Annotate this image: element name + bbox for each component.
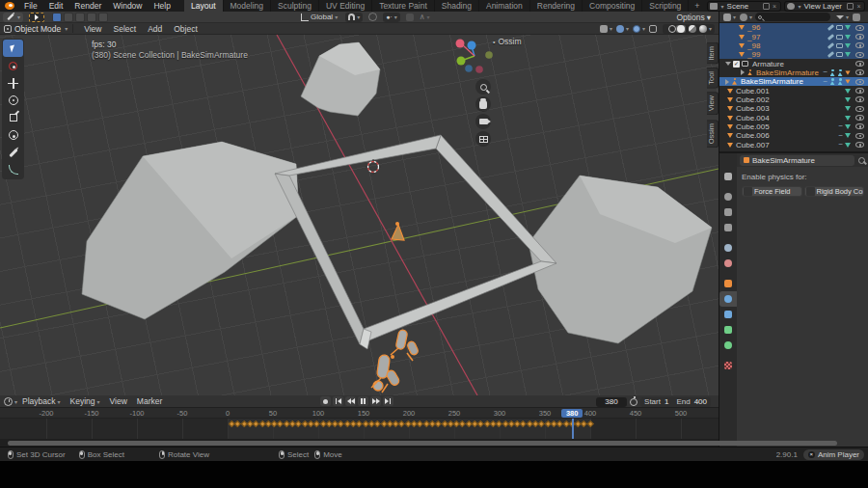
menu-file[interactable]: File — [18, 0, 43, 12]
gizmos-dropdown[interactable]: ▾ — [612, 25, 629, 33]
visibility-eye-icon[interactable] — [855, 79, 864, 85]
select-mode-subtract[interactable] — [75, 13, 85, 22]
select-mode-extend[interactable] — [64, 13, 73, 22]
sidebar-tab-tool[interactable]: Tool — [707, 68, 719, 89]
tool-move-button[interactable] — [3, 74, 23, 92]
properties-breadcrumb[interactable]: BakeSimArmature — [740, 155, 854, 166]
timeline-scrollbar[interactable] — [0, 439, 719, 447]
timeline-editor-icon[interactable] — [4, 397, 13, 406]
visibility-eye-icon[interactable] — [855, 69, 864, 75]
new-scene-icon[interactable] — [763, 3, 770, 10]
outliner-row[interactable]: Cube.006~ — [719, 131, 868, 140]
viewport-menu-object[interactable]: Object — [168, 24, 203, 34]
select-mode-intersect[interactable] — [98, 13, 108, 22]
workspace-tab-shading[interactable]: Shading — [435, 0, 479, 12]
visibility-eye-icon[interactable] — [855, 96, 864, 102]
outliner-search-input[interactable] — [755, 13, 830, 21]
new-view-layer-icon[interactable] — [847, 3, 854, 10]
properties-tab-view-layer[interactable] — [719, 220, 737, 235]
mode-dropdown[interactable]: Object Mode ▾ — [0, 24, 68, 34]
workspace-tab-compositing[interactable]: Compositing — [583, 0, 642, 12]
workspace-tab-texture-paint[interactable]: Texture Paint — [372, 0, 435, 12]
toggle-ortho-button[interactable] — [475, 131, 491, 147]
visibility-eye-icon[interactable] — [855, 88, 864, 94]
ossim-overlay-panel[interactable]: • Ossim — [493, 37, 522, 46]
pan-button[interactable] — [475, 96, 491, 112]
expand-arrow-icon[interactable] — [725, 79, 729, 85]
editor-type-icon[interactable] — [723, 14, 731, 21]
next-keyframe-button[interactable] — [370, 396, 381, 406]
snapping-dropdown[interactable]: ▾ — [345, 13, 363, 22]
menu-window[interactable]: Window — [107, 0, 148, 12]
outliner-row[interactable]: ✓Armature — [719, 59, 868, 68]
visibility-eye-icon[interactable] — [855, 133, 864, 139]
properties-tab-object[interactable] — [719, 276, 737, 291]
menu-help[interactable]: Help — [148, 0, 176, 12]
workspace-tab-rendering[interactable]: Rendering — [530, 0, 583, 12]
viewport-menu-select[interactable]: Select — [108, 24, 143, 34]
tool-measure-button[interactable] — [3, 161, 23, 178]
tool-transform-button[interactable] — [3, 126, 23, 144]
frame-range-fields[interactable]: Start 1 End 400 — [640, 397, 711, 407]
properties-tab-object-data[interactable] — [719, 322, 737, 338]
close-view-layer-icon[interactable]: × — [855, 3, 862, 10]
timeline-menu-view[interactable]: View — [105, 396, 132, 406]
visibility-eye-icon[interactable] — [855, 61, 864, 67]
expand-arrow-icon[interactable] — [741, 69, 745, 75]
object-visibility-dropdown[interactable]: ▾ — [596, 25, 612, 33]
timeline-menu-playback[interactable]: Playback▾ — [17, 396, 66, 406]
select-mode-invert[interactable] — [87, 13, 96, 22]
scrollbar-handle[interactable] — [8, 441, 837, 446]
outliner-row[interactable]: _98 — [719, 41, 868, 50]
orientation-dropdown[interactable]: Global ▾ — [301, 13, 338, 21]
timeline-track[interactable] — [0, 419, 719, 439]
outliner-row[interactable]: Cube.003 — [719, 104, 868, 113]
workspace-tab-layout[interactable]: Layout — [184, 0, 224, 12]
blender-logo-icon[interactable] — [5, 2, 14, 10]
workspace-tab-sculpting[interactable]: Sculpting — [271, 0, 319, 12]
outliner-row[interactable]: _97 — [719, 32, 868, 41]
workspace-tab-uv-editing[interactable]: UV Editing — [319, 0, 372, 12]
outliner-row[interactable]: _96 — [719, 23, 868, 32]
select-mode-set[interactable] — [52, 13, 62, 22]
jump-start-button[interactable] — [333, 396, 343, 406]
options-dropdown[interactable]: Options ▾ — [676, 13, 711, 22]
pause-button[interactable] — [358, 396, 368, 406]
sidebar-tab-item[interactable]: Item — [707, 42, 719, 65]
close-scene-icon[interactable]: × — [772, 3, 778, 10]
xray-toggle[interactable] — [649, 25, 657, 33]
falloff-dropdown[interactable]: ∧ ▾ — [420, 13, 430, 21]
scene-selector[interactable]: ▾ Scene × — [707, 1, 781, 12]
properties-tab-constraints[interactable] — [719, 307, 737, 322]
properties-tab-physics[interactable] — [719, 291, 737, 307]
tool-rotate-button[interactable] — [3, 92, 23, 109]
3d-viewport[interactable]: fps: 30 (380) Scene Collection | BakeSim… — [0, 35, 719, 395]
playhead-frame-label[interactable]: 380 — [561, 409, 583, 418]
collection-checkbox[interactable]: ✓ — [733, 61, 740, 68]
pin-icon[interactable] — [858, 157, 865, 164]
current-frame-field[interactable]: 380 — [596, 397, 627, 407]
workspace-tab-modeling[interactable]: Modeling — [224, 0, 272, 12]
filter-icon[interactable] — [836, 15, 844, 19]
tool-annotate-button[interactable] — [3, 144, 23, 161]
properties-tab-tool[interactable] — [719, 169, 737, 184]
outliner-row[interactable]: BakeSimArmature~ — [719, 68, 868, 77]
visibility-eye-icon[interactable] — [855, 106, 864, 112]
visibility-eye-icon[interactable] — [855, 42, 864, 48]
proportional-editing-dropdown[interactable]: ●· ▾ — [383, 13, 400, 22]
menu-render[interactable]: Render — [68, 0, 107, 12]
tool-cursor-button[interactable] — [3, 57, 23, 74]
camera-view-button[interactable] — [475, 114, 491, 129]
timeline-menu-keying[interactable]: Keying▾ — [66, 396, 105, 406]
visibility-eye-icon[interactable] — [855, 34, 864, 40]
visibility-eye-icon[interactable] — [855, 115, 864, 121]
properties-tab-render[interactable] — [719, 189, 737, 204]
outliner-row[interactable]: Cube.001 — [719, 86, 868, 95]
outliner-row[interactable]: BakeSimArmature~ — [719, 77, 868, 86]
prev-keyframe-button[interactable] — [345, 396, 356, 406]
stopwatch-icon[interactable] — [630, 398, 637, 406]
visibility-eye-icon[interactable] — [855, 52, 864, 58]
outliner-row[interactable]: Cube.002 — [719, 95, 868, 104]
active-tool-button[interactable] — [29, 13, 44, 22]
rigid-body-constraint-button[interactable]: Rigid Body Constraint — [804, 186, 865, 197]
